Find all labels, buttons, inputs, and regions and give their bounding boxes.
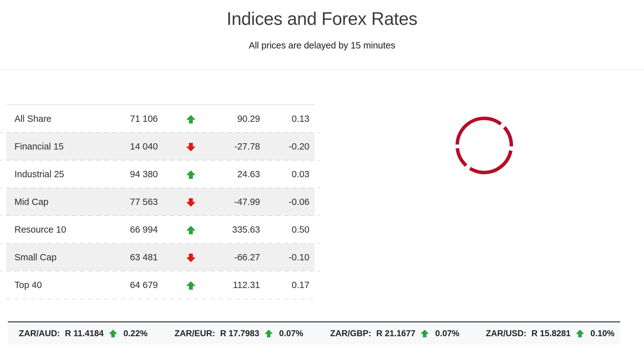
trend-arrow-icon <box>186 281 196 290</box>
forex-rate: R 11.4184 <box>65 329 103 338</box>
forex-quote: ZAR/GBP: R 21.1677 0.07% <box>330 329 486 338</box>
forex-percent: 0.10% <box>591 329 615 338</box>
index-name: Top 40 <box>14 280 103 290</box>
header-divider <box>0 69 644 70</box>
trend-arrow-icon <box>186 225 196 235</box>
table-row: All Share 71 106 90.29 0.13 <box>6 105 314 133</box>
trend-arrow-icon <box>186 142 196 152</box>
table-row: Top 40 64 679 112.31 0.17 <box>6 271 314 299</box>
page-title: Indices and Forex Rates <box>0 8 644 29</box>
index-value: 71 106 <box>103 114 158 124</box>
forex-rate: R 17.7983 <box>220 329 259 338</box>
index-change: -66.27 <box>224 252 260 263</box>
forex-rate: R 21.1677 <box>376 329 416 338</box>
index-percent: -0.10 <box>260 252 309 263</box>
index-name: Resource 10 <box>14 224 103 235</box>
index-change: 335.63 <box>224 224 260 235</box>
forex-pair-label: ZAR/AUD: <box>19 329 60 338</box>
trend-arrow-icon <box>264 329 273 338</box>
forex-percent: 0.22% <box>124 329 148 338</box>
forex-quote: ZAR/EUR: R 17.7983 0.07% <box>175 329 330 338</box>
page-subtitle: All prices are delayed by 15 minutes <box>0 40 644 51</box>
index-percent: 0.03 <box>260 169 309 179</box>
index-value: 94 380 <box>103 169 158 179</box>
index-change: -27.78 <box>224 141 260 152</box>
index-value: 14 040 <box>103 141 158 152</box>
index-name: Mid Cap <box>14 197 103 207</box>
trend-arrow-icon <box>420 329 429 338</box>
index-percent: 0.50 <box>260 224 309 235</box>
forex-percent: 0.07% <box>279 329 303 338</box>
index-value: 63 481 <box>103 252 158 263</box>
trend-arrow-icon <box>186 170 196 179</box>
index-name: All Share <box>14 114 103 124</box>
forex-pair-label: ZAR/EUR: <box>175 329 215 338</box>
forex-quote: ZAR/USD: R 15.8281 0.10% <box>486 329 620 338</box>
trend-arrow-icon <box>109 329 117 338</box>
trend-arrow-icon <box>576 329 584 338</box>
table-row: Mid Cap 77 563 -47.99 -0.06 <box>6 188 314 216</box>
table-row: Resource 10 66 994 335.63 0.50 <box>6 216 314 243</box>
index-change: 24.63 <box>224 169 260 179</box>
forex-percent: 0.07% <box>435 329 459 338</box>
index-name: Small Cap <box>14 252 103 263</box>
index-value: 64 679 <box>103 280 158 290</box>
forex-ticker-bar: ZAR/AUD: R 11.4184 0.22% ZAR/EUR: R 17.7… <box>8 321 620 344</box>
indices-table: All Share 71 106 90.29 0.13 Financial 15… <box>6 104 314 299</box>
indices-forex-widget: Indices and Forex Rates All prices are d… <box>0 0 644 351</box>
index-percent: 0.17 <box>260 280 309 290</box>
table-row: Small Cap 63 481 -66.27 -0.10 <box>6 243 314 271</box>
index-name: Industrial 25 <box>14 169 103 179</box>
forex-pair-label: ZAR/GBP: <box>330 329 371 338</box>
index-value: 77 563 <box>103 197 158 207</box>
index-percent: -0.20 <box>260 141 309 152</box>
table-row: Financial 15 14 040 -27.78 -0.20 <box>6 133 314 160</box>
trend-arrow-icon <box>186 198 196 207</box>
index-change: 90.29 <box>224 114 260 124</box>
loading-spinner <box>453 114 516 177</box>
index-percent: 0.13 <box>260 114 309 124</box>
index-value: 66 994 <box>103 224 158 235</box>
forex-quote: ZAR/AUD: R 11.4184 0.22% <box>19 329 175 338</box>
index-change: -47.99 <box>224 197 260 207</box>
spinner-arc <box>457 118 511 173</box>
trend-arrow-icon <box>186 253 196 263</box>
index-name: Financial 15 <box>14 141 103 152</box>
index-percent: -0.06 <box>260 197 309 207</box>
table-row: Industrial 25 94 380 24.63 0.03 <box>6 160 314 188</box>
trend-arrow-icon <box>186 115 196 124</box>
forex-pair-label: ZAR/USD: <box>486 329 526 338</box>
index-change: 112.31 <box>224 280 260 290</box>
forex-rate: R 15.8281 <box>531 329 571 338</box>
